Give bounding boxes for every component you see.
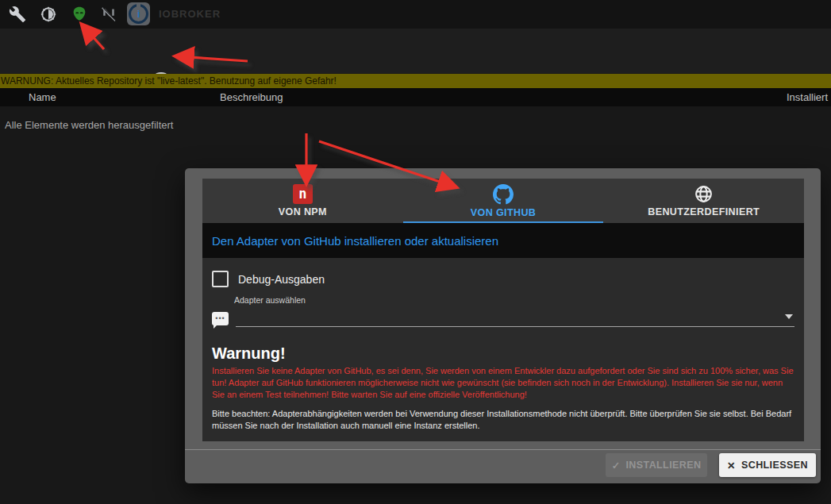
- tab-label: BENUTZERDEFINIERT: [648, 206, 760, 217]
- chevron-down-icon: [785, 314, 793, 319]
- tab-label: VON GITHUB: [471, 207, 536, 218]
- wrench-icon[interactable]: [7, 4, 28, 25]
- install-source-tabs: n VON NPM VON GITHUB BENUTZERDEFINIERT: [202, 179, 804, 223]
- warning-heading: Warnung!: [212, 344, 794, 363]
- github-icon: [493, 184, 514, 205]
- note-text: Bitte beachten: Adapterabhängigkeiten we…: [212, 408, 794, 432]
- debug-checkbox[interactable]: [212, 271, 229, 287]
- debug-checkbox-label: Debug-Ausgaben: [238, 273, 325, 286]
- check-icon: ✓: [612, 460, 621, 471]
- adapter-select[interactable]: [236, 307, 794, 327]
- app-header: i IOBROKER: [0, 0, 831, 29]
- tab-label: VON NPM: [279, 206, 327, 217]
- github-install-dialog: n VON NPM VON GITHUB BENUTZERDEFINIERT: [185, 168, 821, 483]
- close-icon: ✕: [727, 460, 736, 471]
- app-title: IOBROKER: [159, 8, 221, 20]
- dialog-content: Debug-Ausgaben Adapter auswählen ••• War…: [202, 258, 804, 441]
- logo-letter: i: [137, 9, 140, 19]
- notifications-off-icon[interactable]: [98, 4, 119, 25]
- tab-von-github[interactable]: VON GITHUB: [403, 179, 604, 223]
- dialog-panel: n VON NPM VON GITHUB BENUTZERDEFINIERT: [202, 179, 804, 441]
- column-installed[interactable]: Installiert: [787, 91, 828, 103]
- npm-icon: n: [293, 184, 313, 204]
- adapters-table-header: Name Beschreibung Installiert: [0, 88, 831, 106]
- empty-filter-message: Alle Elemente werden herausgefiltert: [5, 119, 173, 131]
- close-button[interactable]: ✕ SCHLIESSEN: [719, 453, 816, 477]
- theme-toggle-icon[interactable]: [38, 4, 59, 25]
- tab-benutzerdefiniert[interactable]: BENUTZERDEFINIERT: [603, 179, 804, 223]
- repository-warning-banner: WARNUNG: Aktuelles Repository ist "live-…: [0, 74, 831, 88]
- adapter-select-label: Adapter auswählen: [234, 295, 794, 305]
- expert-mode-icon[interactable]: [69, 4, 90, 25]
- dialog-actions: ✓ INSTALLIEREN ✕ SCHLIESSEN: [185, 441, 821, 483]
- warning-text: Installieren Sie keine Adapter von GitHu…: [212, 365, 794, 401]
- tab-von-npm[interactable]: n VON NPM: [202, 179, 403, 223]
- dialog-title: Den Adapter von GitHub installieren oder…: [202, 223, 804, 258]
- iobroker-logo: i: [127, 2, 150, 25]
- comment-bubble-icon: •••: [212, 312, 229, 325]
- column-name[interactable]: Name: [29, 91, 56, 103]
- globe-icon: [694, 184, 714, 204]
- adapters-toolbar: [0, 29, 831, 73]
- app-root: i IOBROKER WARNUNG: Aktuelles Repository…: [0, 0, 831, 504]
- column-description[interactable]: Beschreibung: [220, 91, 283, 103]
- install-button[interactable]: ✓ INSTALLIEREN: [606, 453, 707, 477]
